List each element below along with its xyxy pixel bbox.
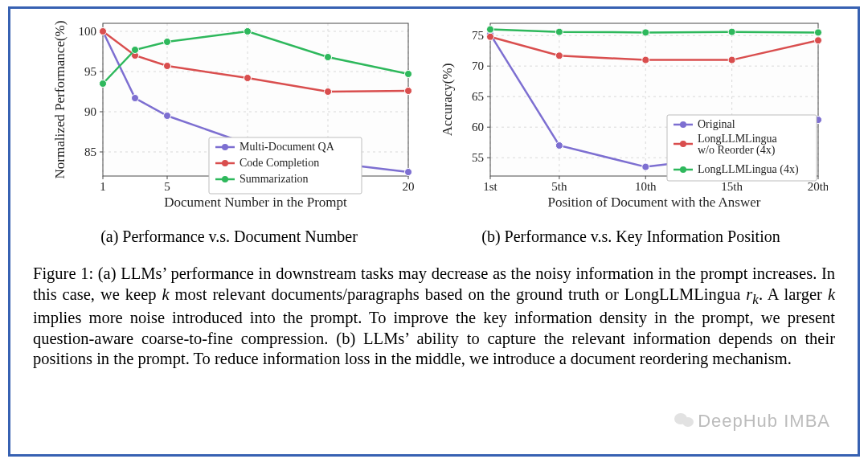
- svg-text:Position of Document with the : Position of Document with the Answer: [548, 195, 761, 210]
- svg-text:Multi-Document QA: Multi-Document QA: [240, 141, 335, 153]
- svg-point-41: [100, 80, 107, 88]
- svg-point-103: [642, 29, 649, 36]
- svg-text:65: 65: [472, 90, 484, 103]
- svg-point-102: [555, 28, 563, 35]
- svg-point-104: [728, 28, 735, 35]
- svg-point-117: [680, 166, 686, 173]
- svg-text:55: 55: [472, 151, 484, 164]
- svg-text:95: 95: [84, 65, 96, 78]
- svg-text:75: 75: [472, 29, 484, 42]
- svg-point-92: [555, 142, 563, 150]
- svg-point-100: [815, 37, 822, 44]
- svg-point-46: [405, 71, 412, 78]
- svg-point-34: [405, 169, 412, 176]
- svg-point-38: [244, 75, 252, 82]
- svg-point-98: [642, 56, 649, 64]
- svg-point-42: [132, 47, 139, 54]
- svg-point-57: [222, 176, 228, 182]
- svg-point-96: [487, 33, 494, 40]
- svg-point-45: [325, 54, 332, 61]
- svg-text:20th: 20th: [808, 180, 828, 193]
- svg-point-110: [680, 121, 686, 128]
- svg-text:100: 100: [79, 25, 97, 38]
- svg-text:15th: 15th: [721, 180, 743, 193]
- svg-text:Original: Original: [698, 118, 735, 130]
- figure-caption: Figure 1: (a) LLMs’ performance in downs…: [33, 264, 835, 370]
- svg-text:LongLLMLingua: LongLLMLingua: [698, 133, 778, 145]
- svg-text:90: 90: [84, 105, 96, 118]
- svg-text:10th: 10th: [635, 180, 657, 193]
- svg-text:Accuracy(%): Accuracy(%): [440, 64, 455, 137]
- svg-point-37: [164, 63, 171, 70]
- svg-text:5th: 5th: [551, 180, 567, 193]
- watermark: DeepHub IMBA: [674, 411, 830, 433]
- caption-rk-sub: k: [752, 292, 759, 307]
- svg-text:60: 60: [472, 121, 484, 133]
- svg-text:Summarization: Summarization: [240, 173, 309, 185]
- svg-point-97: [555, 52, 563, 59]
- svg-point-31: [164, 113, 171, 120]
- svg-point-101: [487, 26, 494, 33]
- svg-point-120: [682, 417, 694, 427]
- svg-text:85: 85: [84, 145, 96, 158]
- svg-text:70: 70: [472, 59, 484, 72]
- svg-text:Code Completion: Code Completion: [240, 157, 319, 169]
- svg-text:1st: 1st: [483, 180, 497, 193]
- chart-b-svg: 1st5th10th15th20th5560657075Position of …: [434, 17, 828, 210]
- figure-frame: 15101520859095100Document Number in the …: [8, 6, 860, 457]
- svg-point-113: [680, 141, 686, 147]
- svg-point-99: [728, 56, 735, 64]
- chart-a: 15101520859095100Document Number in the …: [40, 17, 418, 246]
- caption-k2: k: [828, 285, 835, 303]
- svg-point-40: [405, 88, 412, 95]
- svg-point-30: [132, 95, 139, 102]
- caption-text: most relevant documents/paragraphs based…: [170, 285, 747, 303]
- caption-k1: k: [162, 285, 170, 303]
- svg-point-93: [642, 163, 649, 170]
- svg-point-51: [222, 144, 228, 150]
- svg-text:20: 20: [403, 180, 415, 193]
- chart-a-svg: 15101520859095100Document Number in the …: [40, 17, 418, 210]
- svg-text:Document Number in the Prompt: Document Number in the Prompt: [164, 195, 347, 210]
- svg-text:w/o Reorder (4x): w/o Reorder (4x): [698, 144, 776, 157]
- svg-point-35: [100, 28, 107, 35]
- svg-point-44: [244, 28, 252, 35]
- svg-text:Normalized Performance(%): Normalized Performance(%): [52, 21, 68, 179]
- caption-text: implies more noise introduced into the p…: [33, 309, 835, 367]
- subcaption-b: (b) Performance v.s. Key Information Pos…: [434, 227, 828, 246]
- svg-text:1: 1: [100, 180, 106, 193]
- charts-row: 15101520859095100Document Number in the …: [33, 17, 835, 246]
- chart-b: 1st5th10th15th20th5560657075Position of …: [434, 17, 828, 246]
- svg-point-43: [164, 39, 171, 46]
- svg-point-54: [222, 160, 228, 166]
- svg-point-119: [674, 413, 687, 424]
- svg-point-39: [325, 88, 332, 96]
- wechat-icon: [674, 411, 694, 433]
- subcaption-a: (a) Performance v.s. Document Number: [40, 227, 418, 246]
- svg-point-105: [815, 29, 822, 36]
- svg-text:LongLLMLingua (4x): LongLLMLingua (4x): [698, 163, 799, 176]
- svg-text:5: 5: [164, 180, 170, 193]
- caption-text: . A larger: [759, 285, 828, 303]
